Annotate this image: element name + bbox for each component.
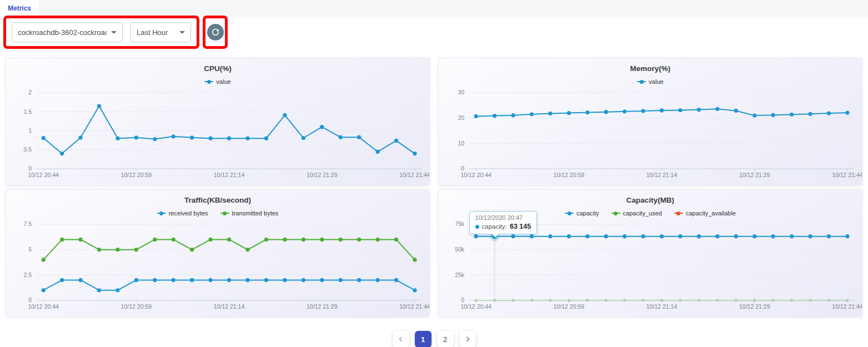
data-point[interactable]: [808, 112, 812, 116]
data-point[interactable]: [772, 299, 775, 301]
data-point[interactable]: [172, 134, 175, 138]
data-point[interactable]: [530, 234, 534, 238]
data-point[interactable]: [357, 135, 361, 139]
data-point[interactable]: [735, 299, 737, 301]
data-point[interactable]: [227, 238, 231, 242]
data-point[interactable]: [413, 152, 417, 155]
data-point[interactable]: [42, 136, 46, 140]
data-point[interactable]: [264, 278, 268, 282]
data-point[interactable]: [302, 136, 305, 140]
data-point[interactable]: [585, 234, 589, 238]
data-point[interactable]: [549, 299, 551, 301]
data-point[interactable]: [642, 299, 645, 301]
data-point[interactable]: [339, 238, 343, 242]
data-point[interactable]: [320, 278, 324, 282]
data-point[interactable]: [283, 113, 287, 117]
data-point[interactable]: [641, 234, 645, 238]
data-point[interactable]: [413, 288, 417, 292]
data-point[interactable]: [771, 113, 775, 117]
data-point[interactable]: [660, 299, 663, 301]
data-point[interactable]: [679, 299, 681, 301]
tab-metrics[interactable]: Metrics: [0, 0, 39, 17]
data-point[interactable]: [153, 238, 157, 242]
data-point[interactable]: [752, 114, 756, 118]
data-point[interactable]: [827, 299, 830, 301]
data-point[interactable]: [134, 278, 138, 282]
data-point[interactable]: [283, 238, 287, 242]
data-point[interactable]: [320, 125, 324, 129]
data-point[interactable]: [827, 234, 831, 238]
data-point[interactable]: [475, 299, 478, 301]
data-point[interactable]: [339, 278, 343, 282]
data-point[interactable]: [734, 109, 738, 113]
data-point[interactable]: [809, 299, 811, 301]
data-point[interactable]: [511, 113, 515, 117]
data-point[interactable]: [245, 137, 249, 140]
data-point[interactable]: [302, 278, 305, 282]
data-point[interactable]: [771, 234, 775, 238]
data-point[interactable]: [604, 234, 608, 238]
data-point[interactable]: [715, 234, 719, 238]
data-point[interactable]: [530, 112, 534, 116]
data-point[interactable]: [60, 152, 64, 155]
data-point[interactable]: [134, 248, 138, 252]
data-point[interactable]: [845, 234, 849, 238]
data-point[interactable]: [846, 299, 849, 301]
data-point[interactable]: [283, 278, 287, 282]
data-point[interactable]: [320, 238, 324, 242]
data-point[interactable]: [660, 234, 664, 238]
data-point[interactable]: [227, 278, 231, 282]
data-point[interactable]: [660, 108, 664, 112]
refresh-button[interactable]: [207, 24, 224, 41]
data-point[interactable]: [548, 234, 552, 238]
data-point[interactable]: [209, 278, 213, 282]
data-point[interactable]: [209, 238, 213, 242]
data-point[interactable]: [42, 288, 46, 292]
data-point[interactable]: [641, 109, 645, 113]
data-point[interactable]: [698, 299, 700, 301]
data-point[interactable]: [586, 299, 589, 301]
data-point[interactable]: [697, 234, 701, 238]
data-point[interactable]: [753, 299, 756, 301]
data-point[interactable]: [357, 278, 361, 282]
next-page-button[interactable]: [459, 331, 476, 347]
data-point[interactable]: [60, 238, 64, 242]
data-point[interactable]: [845, 110, 849, 114]
page-button-1[interactable]: 1: [415, 331, 432, 347]
legend-item[interactable]: transmitted bytes: [220, 210, 279, 217]
data-point[interactable]: [605, 299, 608, 301]
data-point[interactable]: [153, 137, 157, 141]
data-point[interactable]: [623, 299, 626, 301]
data-point[interactable]: [116, 137, 119, 140]
data-point[interactable]: [623, 234, 626, 238]
data-point[interactable]: [116, 288, 119, 292]
instance-select[interactable]: cockroachdb-3602-cockroac...: [12, 22, 123, 42]
data-point[interactable]: [116, 248, 119, 252]
data-point[interactable]: [227, 137, 231, 140]
data-point[interactable]: [530, 299, 533, 301]
data-point[interactable]: [790, 299, 793, 301]
data-point[interactable]: [567, 111, 571, 115]
data-point[interactable]: [394, 139, 398, 143]
data-point[interactable]: [190, 248, 194, 252]
data-point[interactable]: [604, 110, 608, 114]
data-point[interactable]: [264, 137, 268, 140]
data-point[interactable]: [511, 234, 515, 238]
data-point[interactable]: [42, 258, 46, 261]
data-point[interactable]: [357, 238, 361, 242]
data-point[interactable]: [78, 238, 82, 242]
data-point[interactable]: [97, 288, 101, 292]
data-point[interactable]: [78, 135, 82, 139]
legend-item[interactable]: capacity_available: [674, 210, 736, 217]
data-point[interactable]: [172, 238, 175, 242]
legend-item[interactable]: value: [204, 78, 230, 85]
data-point[interactable]: [394, 238, 398, 242]
legend-item[interactable]: received bytes: [157, 210, 208, 217]
data-point[interactable]: [585, 110, 589, 114]
data-point[interactable]: [134, 135, 138, 139]
data-point[interactable]: [567, 234, 571, 238]
data-point[interactable]: [78, 278, 82, 282]
data-point[interactable]: [474, 114, 478, 118]
data-point[interactable]: [474, 234, 478, 238]
data-point[interactable]: [245, 278, 249, 282]
